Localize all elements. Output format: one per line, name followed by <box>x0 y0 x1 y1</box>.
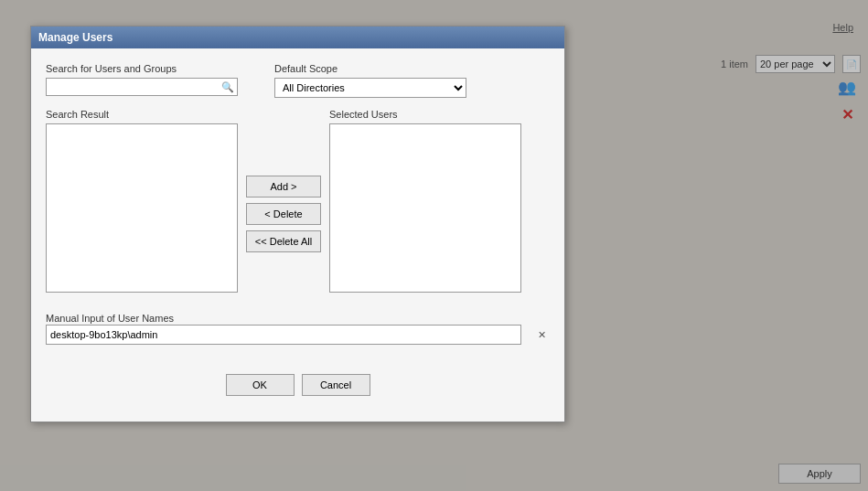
add-button[interactable]: Add > <box>246 176 321 197</box>
dialog-footer: OK Cancel <box>46 359 550 407</box>
manual-input[interactable] <box>46 325 521 345</box>
dialog-titlebar: Manage Users <box>31 27 564 48</box>
search-result-section: Search Result <box>46 109 238 293</box>
selected-users-label: Selected Users <box>329 109 521 120</box>
dialog-body: Search for Users and Groups 🔍 Default Sc… <box>31 48 564 422</box>
manual-input-label: Manual Input of User Names <box>46 313 174 324</box>
scope-select[interactable]: All Directories Local LDAP <box>274 78 466 98</box>
cancel-button[interactable]: Cancel <box>302 374 370 396</box>
selected-users-section: Selected Users <box>329 109 521 293</box>
manual-input-wrapper: ✕ <box>46 325 550 345</box>
delete-all-button[interactable]: << Delete All <box>246 230 321 252</box>
search-icon: 🔍 <box>221 81 234 93</box>
search-row: Search for Users and Groups 🔍 Default Sc… <box>46 63 550 98</box>
selected-users-list[interactable] <box>329 123 521 293</box>
transfer-buttons: Add > < Delete << Delete All <box>238 109 329 301</box>
lists-row: Search Result Add > < Delete << Delete A… <box>46 109 550 301</box>
manage-users-dialog: Manage Users Search for Users and Groups… <box>30 26 565 422</box>
search-field-group: Search for Users and Groups 🔍 <box>46 63 238 98</box>
search-input[interactable] <box>46 78 238 96</box>
search-result-list[interactable] <box>46 123 238 293</box>
search-result-label: Search Result <box>46 109 238 120</box>
scope-field-group: Default Scope All Directories Local LDAP <box>274 63 466 98</box>
search-input-wrapper: 🔍 <box>46 78 238 96</box>
delete-button[interactable]: < Delete <box>246 203 321 225</box>
manual-input-section: Manual Input of User Names ✕ <box>46 312 550 345</box>
dialog-title: Manage Users <box>38 31 113 44</box>
ok-button[interactable]: OK <box>226 374 295 396</box>
manual-clear-icon[interactable]: ✕ <box>538 330 546 340</box>
scope-label: Default Scope <box>274 63 466 74</box>
search-label: Search for Users and Groups <box>46 63 238 74</box>
